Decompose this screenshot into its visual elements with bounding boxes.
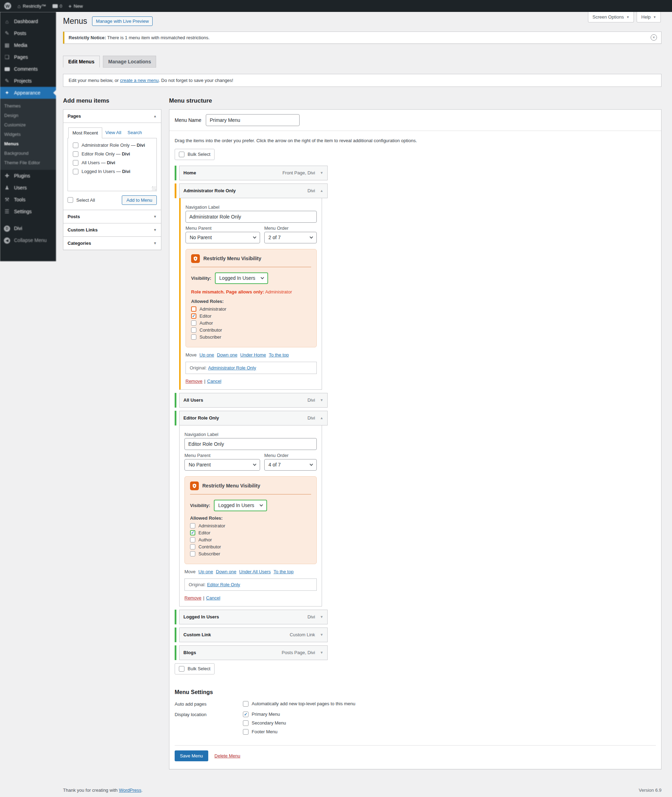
page-checkbox-row[interactable]: All Users — Divi (73, 160, 154, 166)
collapse-toggle-icon[interactable]: ▲ (320, 416, 323, 420)
menu-item-handle[interactable]: Logged In Users Divi ▼ (179, 609, 328, 624)
move-under-home-link[interactable]: Under Home (240, 352, 266, 358)
location-primary-menu-checkbox[interactable]: Primary Menu (243, 712, 286, 717)
categories-panel-header[interactable]: Categories ▼ (63, 236, 162, 250)
submenu-item-background[interactable]: Background (0, 149, 56, 158)
dismiss-notice-button[interactable]: ✕ (651, 34, 657, 41)
move-down-one-link[interactable]: Down one (217, 352, 238, 358)
checkbox[interactable] (191, 334, 196, 340)
move-up-one-link[interactable]: Up one (198, 569, 213, 574)
menu-parent-select[interactable]: No Parent (186, 232, 260, 244)
bulk-select-checkbox[interactable]: Bulk Select (174, 149, 214, 160)
sidebar-item-dashboard[interactable]: ⌂ Dashboard (0, 15, 56, 27)
sidebar-item-settings[interactable]: ☰ Settings (0, 205, 56, 218)
location-footer-menu-checkbox[interactable]: Footer Menu (243, 729, 286, 734)
role-author[interactable]: Author (190, 537, 311, 542)
menu-order-select[interactable]: 2 of 7 (264, 232, 317, 244)
role-contributor[interactable]: Contributor (190, 544, 311, 549)
menu-name-input[interactable] (206, 114, 299, 126)
checkbox[interactable] (191, 306, 196, 312)
admin-bar-comments-link[interactable]: 0 (53, 3, 62, 9)
submenu-item-theme-file-editor[interactable]: Theme File Editor (0, 158, 56, 167)
checkbox-checked[interactable] (243, 712, 248, 717)
site-name-link[interactable]: ⌂ Restrictly™ (18, 3, 46, 9)
checkbox[interactable] (67, 197, 73, 203)
role-administrator[interactable]: Administrator (191, 306, 311, 312)
expand-toggle-icon[interactable]: ▼ (320, 615, 323, 619)
save-menu-button[interactable]: Save Menu (174, 750, 208, 761)
cancel-link[interactable]: Cancel (207, 378, 221, 384)
menu-item-handle[interactable]: All Users Divi ▼ (179, 393, 328, 407)
move-to-top-link[interactable]: To the top (274, 569, 294, 574)
checkbox[interactable] (190, 544, 195, 549)
page-checkbox-row[interactable]: Administrator Role Only — Divi (73, 143, 154, 148)
admin-bar-new-link[interactable]: + New (69, 3, 83, 9)
pages-panel-header[interactable]: Pages ▲ (63, 110, 161, 123)
move-to-top-link[interactable]: To the top (269, 352, 289, 358)
sidebar-item-comments[interactable]: Comments (0, 63, 56, 75)
custom-links-panel-header[interactable]: Custom Links ▼ (63, 223, 162, 237)
original-link[interactable]: Administrator Role Only (208, 365, 256, 370)
delete-menu-link[interactable]: Delete Menu (214, 753, 240, 759)
visibility-select[interactable]: Logged In Users (215, 273, 268, 284)
sidebar-item-plugins[interactable]: ✚ Plugins (0, 170, 56, 182)
sidebar-item-projects[interactable]: ✎ Projects (0, 75, 56, 87)
menu-item-handle[interactable]: Blogs Posts Page, Divi ▼ (179, 645, 328, 660)
checkbox[interactable] (73, 169, 78, 175)
sidebar-item-tools[interactable]: ⚒ Tools (0, 194, 56, 205)
checkbox[interactable] (191, 321, 196, 326)
location-secondary-menu-checkbox[interactable]: Secondary Menu (243, 720, 286, 726)
role-editor[interactable]: Editor (191, 313, 311, 319)
menu-item-handle[interactable]: Custom Link Custom Link ▼ (179, 627, 328, 642)
menu-item-handle[interactable]: Home Front Page, Divi ▼ (179, 166, 328, 180)
expand-toggle-icon[interactable]: ▼ (320, 171, 323, 175)
checkbox[interactable] (190, 551, 195, 556)
move-up-one-link[interactable]: Up one (200, 352, 214, 358)
posts-panel-header[interactable]: Posts ▼ (63, 210, 162, 223)
checkbox[interactable] (179, 152, 184, 157)
menu-parent-select[interactable]: No Parent (184, 459, 260, 471)
page-checkbox-row[interactable]: Logged In Users — Divi (73, 169, 154, 175)
checkbox[interactable] (73, 143, 78, 148)
sidebar-item-pages[interactable]: ❏ Pages (0, 51, 56, 63)
role-subscriber[interactable]: Subscriber (190, 551, 311, 556)
page-checkbox-row[interactable]: Editor Role Only — Divi (73, 151, 154, 157)
bulk-select-checkbox-bottom[interactable]: Bulk Select (174, 663, 214, 674)
collapse-toggle-icon[interactable]: ▲ (320, 189, 323, 192)
remove-link[interactable]: Remove (186, 378, 202, 384)
select-all-checkbox[interactable]: Select All (67, 197, 95, 203)
help-button[interactable]: Help ▼ (637, 12, 661, 22)
submenu-item-themes[interactable]: Themes (0, 101, 56, 111)
cancel-link[interactable]: Cancel (206, 595, 220, 601)
add-to-menu-button[interactable]: Add to Menu (122, 196, 157, 205)
sidebar-item-posts[interactable]: ✎ Posts (0, 27, 56, 39)
sidebar-item-appearance[interactable]: ✦ Appearance (0, 87, 56, 99)
remove-link[interactable]: Remove (184, 595, 201, 601)
expand-toggle-icon[interactable]: ▼ (320, 398, 323, 402)
tab-manage-locations[interactable]: Manage Locations (103, 56, 156, 67)
submenu-item-customize[interactable]: Customize (0, 120, 56, 130)
resize-grip[interactable] (152, 186, 156, 191)
checkbox[interactable] (73, 151, 78, 157)
menu-order-select[interactable]: 4 of 7 (264, 459, 317, 471)
tab-view-all[interactable]: View All (102, 127, 124, 138)
move-under-all-users-link[interactable]: Under All Users (239, 569, 270, 574)
role-editor[interactable]: Editor (190, 530, 311, 536)
checkbox[interactable] (190, 537, 195, 542)
checkbox[interactable] (243, 720, 248, 726)
expand-toggle-icon[interactable]: ▼ (320, 651, 323, 654)
checkbox[interactable] (190, 523, 195, 528)
original-link[interactable]: Editor Role Only (207, 582, 240, 587)
checkbox-checked[interactable] (190, 530, 195, 536)
move-down-one-link[interactable]: Down one (216, 569, 237, 574)
checkbox-checked[interactable] (191, 313, 196, 319)
sidebar-item-media[interactable]: ▦ Media (0, 39, 56, 51)
checkbox[interactable] (73, 160, 78, 166)
submenu-item-design[interactable]: Design (0, 111, 56, 120)
role-author[interactable]: Author (191, 321, 311, 326)
sidebar-item-users[interactable]: ♟ Users (0, 182, 56, 194)
expand-toggle-icon[interactable]: ▼ (320, 633, 323, 637)
sidebar-collapse-menu[interactable]: ◀ Collapse Menu (0, 234, 56, 246)
checkbox[interactable] (243, 729, 248, 734)
checkbox[interactable] (179, 666, 184, 672)
